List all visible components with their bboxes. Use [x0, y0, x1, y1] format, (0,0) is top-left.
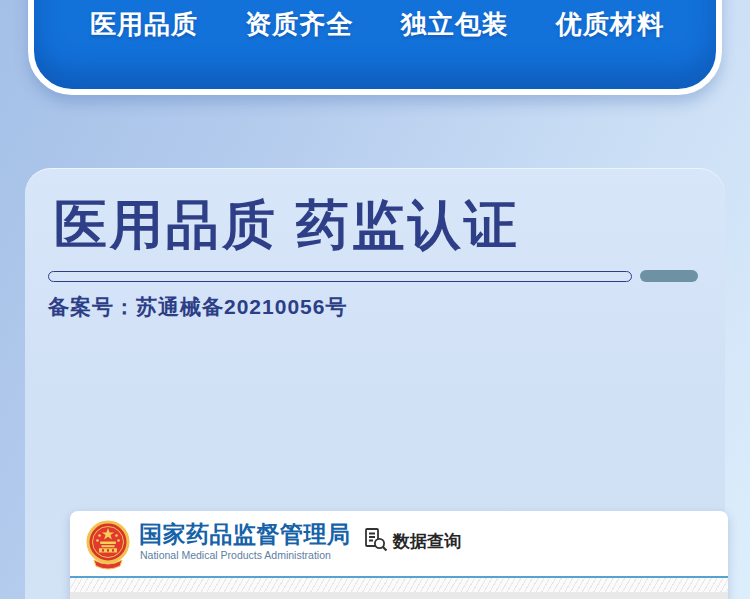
promo-banner-items: 医用品质 资质齐全 独立包装 优质材料: [28, 7, 722, 42]
agency-name-en: National Medical Products Administration: [140, 549, 331, 561]
document-search-icon: [362, 526, 388, 556]
divider-outline-pill: [48, 271, 632, 282]
banner-item-full-credentials: 资质齐全: [245, 7, 353, 42]
breadcrumb: 境内医疗器械（备案） ——基本信息: [70, 592, 728, 599]
national-emblem-icon: [86, 519, 130, 572]
banner-item-premium-material: 优质材料: [556, 7, 664, 42]
hatched-strip: [70, 578, 728, 592]
banner-item-medical-quality: 医用品质: [90, 7, 198, 42]
divider-solid-pill: [640, 270, 698, 282]
record-number-text: 备案号：苏通械备20210056号: [48, 293, 347, 321]
nmpa-certificate-card: 国家药品监督管理局 National Medical Products Admi…: [70, 511, 728, 599]
data-query-button: 数据查询: [362, 526, 461, 556]
certification-section: 医用品质 药监认证 备案号：苏通械备20210056号 国: [25, 168, 725, 599]
section-title: 医用品质 药监认证: [54, 190, 520, 262]
data-query-label: 数据查询: [393, 530, 461, 553]
agency-name-cn: 国家药品监督管理局: [139, 519, 351, 550]
banner-item-individual-packaging: 独立包装: [401, 7, 509, 42]
